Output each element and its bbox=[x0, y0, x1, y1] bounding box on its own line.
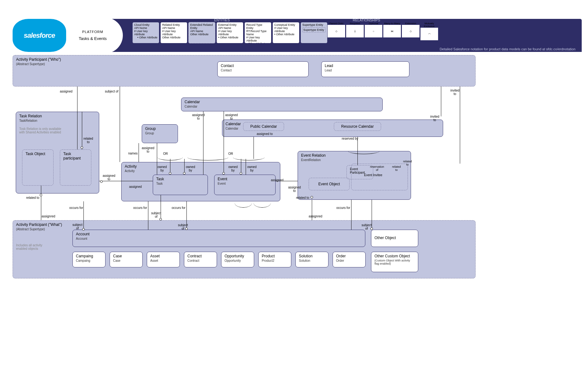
label-related-to5: relatedto bbox=[403, 160, 412, 166]
line bbox=[203, 111, 203, 175]
line bbox=[77, 87, 77, 149]
arc-or1 bbox=[157, 154, 183, 160]
label-owned-by: ownedby bbox=[157, 165, 167, 172]
label-subject-of4: subjectof bbox=[72, 223, 83, 230]
legend-cloud-entity: Cloud Entity API Nome # User key Attribu… bbox=[132, 22, 159, 43]
entity-order: OrderOrder bbox=[333, 252, 366, 267]
entity-campaign: CampaingCampaing bbox=[72, 252, 106, 267]
supertype-who-title: Activity Participant ("Who") bbox=[16, 57, 472, 62]
entity-other-custom: Other Custom Object(Custom Object With a… bbox=[371, 252, 418, 272]
crowfoot-icon bbox=[169, 172, 171, 175]
label-assigned-to: assigned to bbox=[257, 132, 273, 136]
crowfoot-icon bbox=[370, 227, 373, 230]
line bbox=[372, 200, 372, 230]
label-assigned-to6: assignedto bbox=[103, 174, 115, 181]
crowfoot-icon bbox=[82, 228, 85, 231]
label-related-to4: relatedto bbox=[392, 165, 401, 171]
entity-resource-calendar: Resource Calendar bbox=[334, 122, 381, 131]
legend-relationships: Parent Child◇ Required┼ Optional○ Many-t… bbox=[328, 22, 476, 40]
label-related-to: relatedto bbox=[83, 137, 93, 144]
legend-external-entity: External Entity API Name # User key Attr… bbox=[216, 22, 243, 43]
line bbox=[460, 87, 460, 164]
relationships-section-label: RELATIONSHIPS bbox=[353, 18, 380, 22]
entity-solution: SolutionSolution bbox=[295, 252, 328, 267]
line bbox=[83, 201, 84, 230]
supertype-what-note: Includes all activity enabled objects bbox=[16, 244, 54, 250]
parent-child-icon: ◇ bbox=[328, 25, 345, 37]
crowfoot-icon bbox=[40, 194, 42, 196]
line bbox=[246, 159, 246, 175]
line bbox=[41, 186, 41, 220]
legend-conceptual-entity: Coneptual Entity # User key Attribute • … bbox=[272, 22, 300, 43]
label-occurs-for4: occurs for bbox=[336, 206, 350, 210]
optional-icon: ○ bbox=[365, 25, 382, 37]
label-assigned-to5: assignedto bbox=[142, 146, 154, 153]
label-assignred2: assignred bbox=[309, 215, 322, 218]
label-assignred: assignred bbox=[42, 215, 55, 218]
line bbox=[224, 111, 224, 175]
label-assigned-to4: assignedto bbox=[225, 113, 238, 120]
line bbox=[157, 143, 157, 175]
entity-other-object: Other Object bbox=[371, 230, 418, 247]
label-reserved-by: reserved by bbox=[342, 137, 358, 140]
header-bar: ENTITIES RELATIONSHIPS salesforce PLATFO… bbox=[6, 19, 582, 52]
entities-section-label: ENTITIES bbox=[214, 18, 230, 22]
label-invited-to: invitedto bbox=[450, 89, 460, 96]
entity-case: CaseCase bbox=[110, 252, 143, 267]
crowfoot-icon bbox=[100, 180, 103, 183]
line bbox=[82, 112, 82, 149]
arc-or3 bbox=[233, 154, 265, 160]
label-occurs-for3: occurs for bbox=[172, 206, 186, 210]
line bbox=[139, 143, 139, 162]
crowfoot-icon bbox=[185, 227, 188, 230]
diagram-canvas: Activity Participant ("Who") (Abstract S… bbox=[6, 55, 582, 386]
label-assigned-to3: assignedto bbox=[192, 113, 205, 120]
footer-note: Detailed Salesforce notation for product… bbox=[440, 47, 575, 51]
legend-extended-entity: Extended Related Entity API Name Other A… bbox=[188, 22, 215, 43]
label-subject-of: subject of bbox=[105, 90, 118, 93]
legend-supertype-entity: Supertype Entity Supertype Entity bbox=[300, 22, 328, 43]
platform-label: PLATFORM bbox=[79, 30, 107, 34]
entity-event: Event Event bbox=[214, 175, 276, 195]
entity-product: ProductProduct2 bbox=[258, 252, 291, 267]
many-to-many-icon: ⋈ bbox=[383, 25, 401, 37]
logo-area: salesforce PLATFORM Tasks & Events bbox=[6, 17, 123, 53]
line bbox=[120, 87, 120, 162]
label-related-to3: related to bbox=[296, 196, 309, 199]
legend-record-type-entity: Record Type Entity RT:Record Type Name #… bbox=[244, 22, 271, 43]
page-title: Tasks & Events bbox=[79, 36, 107, 41]
crowfoot-icon bbox=[159, 218, 162, 221]
label-occurs-for: occurs for bbox=[69, 206, 83, 210]
label-owned-by2: ownedby bbox=[186, 165, 195, 172]
entity-group: Group Group bbox=[142, 124, 178, 143]
entity-calendar: Calendar Calendar bbox=[181, 98, 383, 111]
label-reservation-of: reservationof bbox=[370, 165, 384, 171]
entity-lead: Lead Lead bbox=[321, 61, 409, 77]
entity-opportunity: OpportunityOpportunity bbox=[221, 252, 254, 267]
label-or2: OR bbox=[228, 152, 233, 155]
legend-entities: Cloud Entity API Nome # User key Attribu… bbox=[132, 22, 328, 43]
label-related-to2: related to bbox=[26, 196, 39, 199]
label-occurs-for2: occurs for bbox=[133, 206, 147, 210]
arc-self1 bbox=[235, 198, 252, 208]
supertype-what-title: Activity Participant ("What") bbox=[16, 222, 472, 227]
label-subject-of5: subjectof bbox=[362, 223, 372, 230]
label-assigned3: assigned bbox=[271, 178, 283, 182]
crowfoot-icon bbox=[311, 196, 313, 199]
arc-or4 bbox=[348, 148, 380, 154]
label-names: names bbox=[128, 152, 138, 155]
crowfoot-icon bbox=[240, 172, 242, 175]
crowfoot-icon bbox=[81, 146, 83, 149]
label-invited-to2: invitedto bbox=[430, 115, 439, 122]
extension-icon: ◇ bbox=[402, 25, 420, 37]
legend-related-entity: Related Entity API Name # User key Attri… bbox=[160, 22, 187, 43]
line bbox=[148, 201, 148, 230]
label-subject-of2: subjectof bbox=[151, 211, 161, 218]
crowfoot-icon bbox=[183, 172, 186, 175]
label-owned-by3: ownedby bbox=[228, 165, 237, 172]
entity-event-object: Event Object bbox=[309, 178, 350, 190]
entity-public-calendar: Public Calendar bbox=[243, 122, 284, 131]
entity-account: Account Account bbox=[72, 230, 365, 247]
label-or1: OR bbox=[163, 152, 168, 155]
entity-contract: ContractContract bbox=[184, 252, 217, 267]
